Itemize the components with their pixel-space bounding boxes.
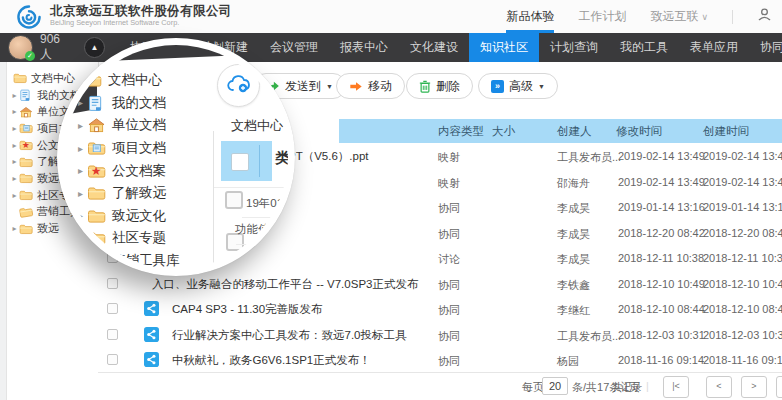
删除-button[interactable]: 删除 — [406, 73, 473, 99]
tree-item-单位文档[interactable]: ▸单位文档 — [74, 114, 180, 137]
tree-item-致远文化[interactable]: ▸ 致远文化 — [74, 205, 180, 228]
expand-arrow-icon[interactable]: ▸ — [10, 174, 19, 183]
doc-name[interactable]: CAP4 SP3 - 11.30完善版发布 — [172, 302, 323, 317]
doc-creator: 工具发布员... — [557, 150, 621, 165]
expand-arrow-icon[interactable]: ▸ — [74, 188, 87, 199]
doc-name[interactable]: 中秋献礼，政务G6V6.1SP1正式发布！ — [172, 353, 371, 368]
doc-type: 协同 — [438, 329, 460, 344]
expand-arrow-icon[interactable]: ▸ — [74, 97, 87, 108]
nav-item-3[interactable]: 报表中心 — [329, 33, 399, 62]
nav-item-8[interactable]: 表单应用 — [679, 33, 749, 62]
advanced-icon: » — [491, 80, 504, 93]
last-page-button[interactable]: >| — [776, 376, 782, 398]
row-checkbox[interactable] — [107, 329, 118, 340]
select-all-checkbox[interactable] — [231, 153, 249, 171]
prev-page-button[interactable]: < — [706, 376, 732, 398]
home-icon — [87, 117, 106, 133]
doc-created: 2018-11-16 09:14 — [703, 354, 782, 366]
column-header-创建时间[interactable]: 创建时间 — [703, 124, 749, 139]
collapsed-rail[interactable] — [0, 62, 7, 400]
doc-modified: 2018-11-16 09:14 — [618, 354, 704, 366]
apollo-logo-icon[interactable]: ▲ — [84, 37, 105, 58]
column-header-大小[interactable]: 大小 — [492, 124, 515, 139]
nav-item-7[interactable]: 我的工具 — [609, 33, 679, 62]
nav-item-5[interactable]: 知识社区 — [469, 33, 539, 62]
column-header-修改时间[interactable]: 修改时间 — [616, 124, 662, 139]
magnifier-lens: 文档中心▸我的文档▸单位文档▸ 项目文档▸ ★公文档案▸ 了解致远▸ 致远文化▸… — [57, 38, 295, 276]
folder-open-icon — [19, 206, 33, 218]
top-link-0[interactable]: 新品体验 — [506, 0, 554, 33]
company-name-en: BeiJing Seeyon Internet Software Corp. — [50, 19, 217, 27]
column-header-内容类型[interactable]: 内容类型 — [438, 124, 484, 139]
table-row[interactable]: 中秋献礼，政务G6V6.1SP1正式发布！协同杨园2018-11-16 09:1… — [98, 347, 782, 374]
doc-creator: 李铁鑫 — [557, 278, 590, 293]
share-doc-icon — [144, 301, 159, 316]
contact-icon[interactable] — [757, 7, 772, 26]
doc-name[interactable]: 入口、业务融合的移动工作平台 -- V7.0SP3正式发布 — [152, 277, 418, 292]
doc-modified: 2019-02-14 13:49 — [618, 150, 705, 162]
share-doc-icon — [144, 352, 159, 367]
per-page-label: 每页 — [522, 380, 544, 395]
expand-arrow-icon[interactable]: ▸ — [10, 191, 19, 200]
next-page-button[interactable]: > — [741, 376, 767, 398]
expand-arrow-icon[interactable]: ▸ — [10, 124, 19, 133]
expand-arrow-icon[interactable]: ▸ — [10, 91, 19, 100]
doc-type: 协同 — [438, 354, 460, 369]
tree-item-项目文档[interactable]: ▸ 项目文档 — [74, 137, 180, 160]
doc-type: 映射 — [438, 150, 460, 165]
doc-type: 协同 — [438, 227, 460, 242]
cloud-upload-icon — [227, 75, 251, 97]
row-checkbox[interactable] — [107, 278, 118, 289]
nav-item-2[interactable]: 会议管理 — [259, 33, 329, 62]
nav-item-6[interactable]: 计划查询 — [539, 33, 609, 62]
top-bar: 北京致远互联软件股份有限公司 BeiJing Seeyon Internet S… — [0, 0, 782, 34]
table-row[interactable]: 行业解决方案中心工具发布：致远7.0投标工具协同工具发布员...2018-12-… — [98, 322, 782, 349]
first-page-button[interactable]: |< — [663, 376, 689, 398]
caret-down-icon: ▼ — [326, 83, 333, 90]
row-checkbox[interactable] — [225, 191, 243, 209]
tree-item-我的文档[interactable]: ▸我的文档 — [74, 92, 180, 115]
table-row[interactable]: CAP4 SP3 - 11.30完善版发布协同李继红2018-12-10 08:… — [98, 296, 782, 323]
tree-item-了解致远[interactable]: ▸ 了解致远 — [74, 182, 180, 205]
doc-name[interactable]: 行业解决方案中心工具发布：致远7.0投标工具 — [172, 328, 407, 343]
expand-arrow-icon[interactable]: ▸ — [10, 107, 19, 116]
row-checkbox[interactable] — [107, 354, 118, 365]
user-avatar[interactable]: ✓ — [8, 35, 33, 60]
移动-button[interactable]: 移动 — [336, 73, 405, 99]
doc-type: 讨论 — [438, 252, 460, 267]
top-link-2[interactable]: 致远互联∨ — [650, 0, 708, 33]
高级-button[interactable]: »高级▼ — [478, 73, 558, 99]
doc-type: 协同 — [438, 201, 460, 216]
row-checkbox[interactable] — [107, 303, 118, 314]
upload-button[interactable] — [217, 64, 260, 107]
folder-doc-icon — [19, 122, 33, 134]
doc-type: 映射 — [438, 176, 460, 191]
doc-creator: 李成昊 — [557, 252, 590, 267]
doc-name[interactable]: PT（V5.6）.ppt — [288, 149, 369, 164]
folder-icon — [13, 72, 27, 84]
chevron-down-icon: ∨ — [701, 12, 708, 22]
nav-item-9[interactable]: 协同驾驶舱 — [749, 33, 782, 62]
expand-arrow-icon[interactable]: ▸ — [10, 141, 19, 150]
doc-modified: 2018-12-03 10:31 — [618, 329, 705, 341]
expand-arrow-icon[interactable]: ▸ — [74, 165, 87, 176]
folder-doc-icon — [87, 140, 106, 156]
expand-arrow-icon[interactable]: ▸ — [10, 224, 19, 233]
column-header-创建人[interactable]: 创建人 — [557, 124, 592, 139]
table-row[interactable]: 入口、业务融合的移动工作平台 -- V7.0SP3正式发布协同李铁鑫2018-1… — [98, 271, 782, 298]
doc-icon — [87, 95, 106, 111]
nav-item-4[interactable]: 文化建设 — [399, 33, 469, 62]
doc-created: 2019-02-14 13:49 — [703, 176, 782, 188]
doc-modified: 2018-12-10 10:49 — [618, 278, 705, 290]
folder-icon — [87, 185, 106, 201]
expand-arrow-icon[interactable]: ▸ — [74, 143, 87, 154]
top-link-1[interactable]: 工作计划 — [578, 0, 626, 33]
doc-modified: 2018-12-11 10:38 — [618, 252, 704, 264]
expand-arrow-icon[interactable]: ▸ — [74, 120, 87, 131]
pagination-bar: 每页 20 条/共17条记录 共1页 | |<<>>| — [98, 372, 782, 400]
expand-arrow-icon[interactable]: ▸ — [74, 210, 87, 221]
folder-icon — [19, 156, 33, 168]
per-page-input[interactable]: 20 — [542, 377, 568, 395]
expand-arrow-icon[interactable]: ▸ — [10, 157, 19, 166]
tree-item-公文档案[interactable]: ▸ ★公文档案 — [74, 159, 180, 182]
